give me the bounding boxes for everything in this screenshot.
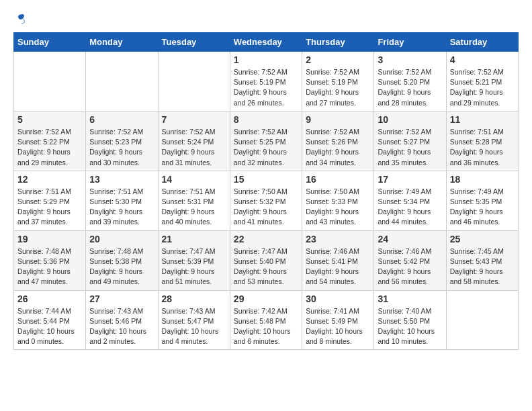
calendar-cell: 28Sunrise: 7:43 AM Sunset: 5:47 PM Dayli… [158,290,230,350]
day-number: 31 [378,293,442,304]
calendar-cell: 20Sunrise: 7:48 AM Sunset: 5:38 PM Dayli… [86,230,158,290]
day-number: 27 [89,293,154,304]
day-info: Sunrise: 7:48 AM Sunset: 5:36 PM Dayligh… [17,246,82,287]
day-info: Sunrise: 7:46 AM Sunset: 5:42 PM Dayligh… [378,246,442,287]
day-header-wednesday: Wednesday [230,33,302,52]
day-info: Sunrise: 7:47 AM Sunset: 5:40 PM Dayligh… [234,246,298,287]
day-info: Sunrise: 7:51 AM Sunset: 5:31 PM Dayligh… [162,187,226,228]
day-info: Sunrise: 7:49 AM Sunset: 5:34 PM Dayligh… [378,187,442,228]
day-info: Sunrise: 7:52 AM Sunset: 5:23 PM Dayligh… [89,127,154,168]
day-info: Sunrise: 7:43 AM Sunset: 5:46 PM Dayligh… [89,306,154,347]
day-info: Sunrise: 7:48 AM Sunset: 5:38 PM Dayligh… [89,246,154,287]
day-number: 28 [162,293,226,304]
day-number: 16 [306,174,370,185]
calendar-table: SundayMondayTuesdayWednesdayThursdayFrid… [13,32,519,350]
calendar-cell: 8Sunrise: 7:52 AM Sunset: 5:25 PM Daylig… [230,111,302,171]
day-number: 15 [234,174,298,185]
day-header-tuesday: Tuesday [158,33,230,52]
day-info: Sunrise: 7:46 AM Sunset: 5:41 PM Dayligh… [306,246,370,287]
calendar-cell: 25Sunrise: 7:45 AM Sunset: 5:43 PM Dayli… [446,230,518,290]
day-number: 7 [162,114,226,125]
day-info: Sunrise: 7:51 AM Sunset: 5:29 PM Dayligh… [17,187,82,228]
calendar-cell: 21Sunrise: 7:47 AM Sunset: 5:39 PM Dayli… [158,230,230,290]
day-number: 3 [378,54,442,65]
day-number: 30 [306,293,370,304]
day-number: 10 [378,114,442,125]
calendar-cell [446,290,518,350]
day-info: Sunrise: 7:52 AM Sunset: 5:26 PM Dayligh… [306,127,370,168]
day-info: Sunrise: 7:52 AM Sunset: 5:25 PM Dayligh… [234,127,298,168]
calendar-cell: 14Sunrise: 7:51 AM Sunset: 5:31 PM Dayli… [158,171,230,230]
calendar-cell: 4Sunrise: 7:52 AM Sunset: 5:21 PM Daylig… [446,52,518,111]
calendar-cell: 18Sunrise: 7:49 AM Sunset: 5:35 PM Dayli… [446,171,518,230]
calendar-cell [86,52,158,111]
calendar-cell: 29Sunrise: 7:42 AM Sunset: 5:48 PM Dayli… [230,290,302,350]
day-number: 19 [17,234,82,244]
day-info: Sunrise: 7:41 AM Sunset: 5:49 PM Dayligh… [306,306,370,347]
day-info: Sunrise: 7:52 AM Sunset: 5:24 PM Dayligh… [162,127,226,168]
day-number: 9 [306,114,370,125]
calendar-cell: 15Sunrise: 7:50 AM Sunset: 5:32 PM Dayli… [230,171,302,230]
day-info: Sunrise: 7:47 AM Sunset: 5:39 PM Dayligh… [162,246,226,287]
day-info: Sunrise: 7:51 AM Sunset: 5:28 PM Dayligh… [450,127,515,168]
day-info: Sunrise: 7:43 AM Sunset: 5:47 PM Dayligh… [162,306,226,347]
calendar-cell: 1Sunrise: 7:52 AM Sunset: 5:19 PM Daylig… [230,52,302,111]
day-info: Sunrise: 7:50 AM Sunset: 5:32 PM Dayligh… [234,187,298,228]
day-number: 24 [378,234,442,244]
calendar-cell: 24Sunrise: 7:46 AM Sunset: 5:42 PM Dayli… [374,230,446,290]
day-info: Sunrise: 7:44 AM Sunset: 5:44 PM Dayligh… [17,306,82,347]
day-header-monday: Monday [86,33,158,52]
day-number: 22 [234,234,298,244]
calendar-cell: 31Sunrise: 7:40 AM Sunset: 5:50 PM Dayli… [374,290,446,350]
calendar-cell: 13Sunrise: 7:51 AM Sunset: 5:30 PM Dayli… [86,171,158,230]
day-header-sunday: Sunday [14,33,86,52]
day-number: 17 [378,174,442,185]
calendar-cell [14,52,86,111]
day-number: 1 [234,54,298,65]
day-header-friday: Friday [374,33,446,52]
day-number: 18 [450,174,515,185]
day-info: Sunrise: 7:52 AM Sunset: 5:27 PM Dayligh… [378,127,442,168]
calendar-cell: 2Sunrise: 7:52 AM Sunset: 5:19 PM Daylig… [302,52,374,111]
day-number: 20 [89,234,154,244]
day-info: Sunrise: 7:52 AM Sunset: 5:20 PM Dayligh… [378,67,442,108]
calendar-cell: 17Sunrise: 7:49 AM Sunset: 5:34 PM Dayli… [374,171,446,230]
header [13,13,519,26]
day-info: Sunrise: 7:45 AM Sunset: 5:43 PM Dayligh… [450,246,515,287]
day-info: Sunrise: 7:42 AM Sunset: 5:48 PM Dayligh… [234,306,298,347]
day-number: 6 [89,114,154,125]
day-number: 13 [89,174,154,185]
calendar-cell: 6Sunrise: 7:52 AM Sunset: 5:23 PM Daylig… [86,111,158,171]
calendar-cell: 27Sunrise: 7:43 AM Sunset: 5:46 PM Dayli… [86,290,158,350]
calendar-cell: 3Sunrise: 7:52 AM Sunset: 5:20 PM Daylig… [374,52,446,111]
day-number: 8 [234,114,298,125]
logo-bird-icon [15,13,27,26]
calendar-cell: 12Sunrise: 7:51 AM Sunset: 5:29 PM Dayli… [14,171,86,230]
day-info: Sunrise: 7:49 AM Sunset: 5:35 PM Dayligh… [450,187,515,228]
logo [13,13,27,26]
calendar-cell: 19Sunrise: 7:48 AM Sunset: 5:36 PM Dayli… [14,230,86,290]
day-number: 5 [17,114,82,125]
day-info: Sunrise: 7:40 AM Sunset: 5:50 PM Dayligh… [378,306,442,347]
calendar-cell: 7Sunrise: 7:52 AM Sunset: 5:24 PM Daylig… [158,111,230,171]
calendar-week-row: 5Sunrise: 7:52 AM Sunset: 5:22 PM Daylig… [14,111,519,171]
day-info: Sunrise: 7:52 AM Sunset: 5:22 PM Dayligh… [17,127,82,168]
day-number: 14 [162,174,226,185]
calendar-week-row: 1Sunrise: 7:52 AM Sunset: 5:19 PM Daylig… [14,52,519,111]
calendar-cell: 30Sunrise: 7:41 AM Sunset: 5:49 PM Dayli… [302,290,374,350]
calendar-header-row: SundayMondayTuesdayWednesdayThursdayFrid… [14,33,519,52]
calendar-cell: 23Sunrise: 7:46 AM Sunset: 5:41 PM Dayli… [302,230,374,290]
calendar-cell [158,52,230,111]
day-number: 23 [306,234,370,244]
day-number: 11 [450,114,515,125]
day-number: 2 [306,54,370,65]
day-number: 12 [17,174,82,185]
day-header-thursday: Thursday [302,33,374,52]
calendar-week-row: 19Sunrise: 7:48 AM Sunset: 5:36 PM Dayli… [14,230,519,290]
calendar-week-row: 26Sunrise: 7:44 AM Sunset: 5:44 PM Dayli… [14,290,519,350]
day-info: Sunrise: 7:52 AM Sunset: 5:21 PM Dayligh… [450,67,515,108]
day-number: 29 [234,293,298,304]
calendar-cell: 22Sunrise: 7:47 AM Sunset: 5:40 PM Dayli… [230,230,302,290]
calendar-cell: 10Sunrise: 7:52 AM Sunset: 5:27 PM Dayli… [374,111,446,171]
calendar-cell: 16Sunrise: 7:50 AM Sunset: 5:33 PM Dayli… [302,171,374,230]
